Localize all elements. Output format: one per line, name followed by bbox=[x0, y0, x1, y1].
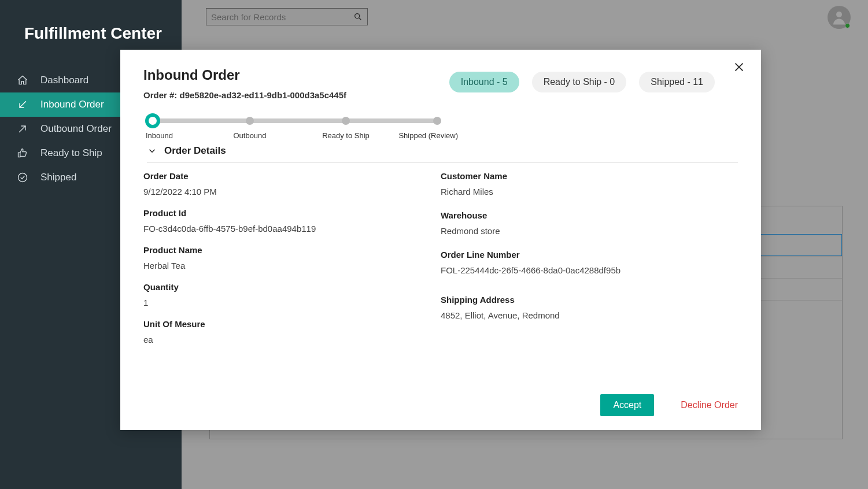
svg-line-4 bbox=[19, 126, 25, 132]
progress-label: Ready to Ship bbox=[322, 131, 370, 140]
field-shipping-address: Shipping Address 4852, Elliot, Avenue, R… bbox=[441, 295, 738, 320]
pill-inbound[interactable]: Inbound - 5 bbox=[449, 72, 519, 92]
details-left-column: Order Date 9/12/2022 4:10 PM Product Id … bbox=[143, 171, 441, 356]
pill-shipped[interactable]: Shipped - 11 bbox=[639, 72, 715, 92]
field-product-id: Product Id FO-c3d4c0da-6ffb-4575-b9ef-bd… bbox=[143, 208, 441, 234]
field-value: ea bbox=[143, 335, 441, 344]
field-value: 9/12/2022 4:10 PM bbox=[143, 187, 441, 197]
svg-point-5 bbox=[19, 173, 27, 182]
sidebar-item-label: Inbound Order bbox=[40, 99, 104, 110]
chevron-down-icon bbox=[147, 146, 157, 156]
close-button[interactable] bbox=[731, 59, 747, 75]
field-label: Unit Of Mesure bbox=[143, 319, 441, 329]
inbound-order-modal: Inbound Order Order #: d9e5820e-ad32-ed1… bbox=[120, 50, 761, 430]
field-value: FO-c3d4c0da-6ffb-4575-b9ef-bd0aa494b119 bbox=[143, 224, 441, 234]
field-order-line-number: Order Line Number FOL-225444dc-26f5-4666… bbox=[441, 250, 738, 275]
decline-order-button[interactable]: Decline Order bbox=[681, 400, 738, 410]
field-value: Richard Miles bbox=[441, 187, 738, 197]
status-pills: Inbound - 5 Ready to Ship - 0 Shipped - … bbox=[449, 72, 715, 92]
field-label: Shipping Address bbox=[441, 295, 738, 305]
field-value: FOL-225444dc-26f5-4666-8da0-0ac4288df95b bbox=[441, 265, 738, 275]
sidebar-item-label: Outbound Order bbox=[40, 123, 112, 135]
field-label: Order Line Number bbox=[441, 250, 738, 260]
pill-ready-to-ship[interactable]: Ready to Ship - 0 bbox=[532, 72, 627, 92]
svg-line-3 bbox=[20, 101, 26, 108]
arrow-down-left-icon bbox=[16, 98, 29, 111]
progress-label: Inbound bbox=[146, 131, 173, 140]
home-icon bbox=[16, 74, 29, 87]
modal-header: Inbound Order Order #: d9e5820e-ad32-ed1… bbox=[143, 67, 738, 100]
accept-button[interactable]: Accept bbox=[600, 394, 654, 416]
field-value: 1 bbox=[143, 298, 441, 308]
modal-title: Inbound Order bbox=[143, 67, 346, 83]
field-label: Order Date bbox=[143, 171, 441, 181]
section-title: Order Details bbox=[164, 145, 226, 157]
check-circle-icon bbox=[16, 171, 29, 184]
progress-step-ready bbox=[342, 117, 350, 125]
arrow-up-right-icon bbox=[16, 123, 29, 135]
sidebar-item-label: Ready to Ship bbox=[40, 147, 102, 159]
order-details-toggle[interactable]: Order Details bbox=[147, 145, 738, 163]
field-value: Redmond store bbox=[441, 226, 738, 236]
order-details: Order Date 9/12/2022 4:10 PM Product Id … bbox=[143, 171, 738, 356]
field-label: Product Id bbox=[143, 208, 441, 218]
field-customer-name: Customer Name Richard Miles bbox=[441, 171, 738, 197]
field-label: Warehouse bbox=[441, 210, 738, 220]
field-unit-of-measure: Unit Of Mesure ea bbox=[143, 319, 441, 344]
progress-step-inbound bbox=[145, 113, 160, 128]
modal-footer: Accept Decline Order bbox=[600, 394, 738, 416]
details-right-column: Customer Name Richard Miles Warehouse Re… bbox=[441, 171, 738, 356]
progress-label: Shipped (Review) bbox=[398, 131, 458, 140]
sidebar-item-label: Dashboard bbox=[40, 75, 88, 86]
progress-tracker: Inbound Outbound Ready to Ship Shipped (… bbox=[146, 113, 446, 142]
progress-step-outbound bbox=[246, 117, 254, 125]
progress-step-shipped bbox=[433, 117, 441, 125]
field-label: Quantity bbox=[143, 282, 441, 292]
field-product-name: Product Name Herbal Tea bbox=[143, 245, 441, 271]
field-label: Customer Name bbox=[441, 171, 738, 181]
field-value: 4852, Elliot, Avenue, Redmond bbox=[441, 310, 738, 320]
sidebar-item-label: Shipped bbox=[40, 172, 76, 183]
app-title: Fulfillment Center bbox=[0, 0, 182, 43]
field-label: Product Name bbox=[143, 245, 441, 255]
field-warehouse: Warehouse Redmond store bbox=[441, 210, 738, 236]
thumbs-up-icon bbox=[16, 147, 29, 160]
field-value: Herbal Tea bbox=[143, 261, 441, 271]
order-number: Order #: d9e5820e-ad32-ed11-9db1-000d3a5… bbox=[143, 90, 346, 100]
field-quantity: Quantity 1 bbox=[143, 282, 441, 308]
field-order-date: Order Date 9/12/2022 4:10 PM bbox=[143, 171, 441, 197]
progress-label: Outbound bbox=[233, 131, 266, 140]
